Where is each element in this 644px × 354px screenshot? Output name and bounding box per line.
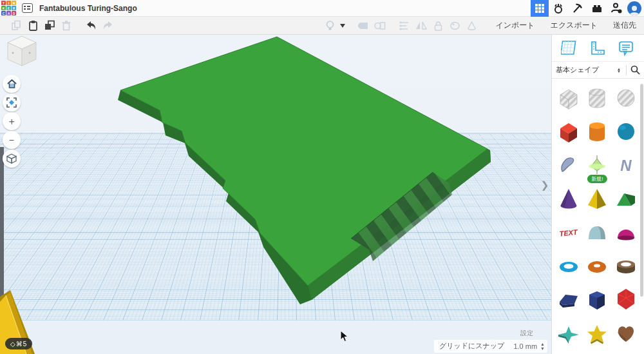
shapes-grid: 新規!NTEXT bbox=[552, 80, 640, 354]
shape-hex-prism[interactable] bbox=[583, 282, 611, 316]
sphere-icon bbox=[613, 119, 639, 144]
grid-snap-controls: 設定 グリッドにスナップ 1.0 mm ▲▼ bbox=[434, 326, 547, 353]
snap-caret-icon[interactable]: ▲▼ bbox=[540, 342, 545, 351]
group-button[interactable] bbox=[355, 18, 372, 34]
toolbar-right: インポート エクスポート 送信先 bbox=[321, 18, 644, 34]
avatar-person-icon bbox=[629, 5, 640, 15]
scene-objects bbox=[0, 35, 551, 354]
show-all-caret[interactable] bbox=[338, 18, 347, 34]
logo-tile: I bbox=[6, 1, 11, 5]
lego-button[interactable] bbox=[587, 0, 607, 17]
minecraft-button[interactable] bbox=[568, 0, 587, 17]
category-sort-arrows[interactable]: ▲▼ bbox=[617, 68, 621, 73]
hole-cylinder-icon bbox=[584, 85, 610, 111]
zoom-out-button[interactable]: － bbox=[3, 131, 21, 149]
perspective-toggle-button[interactable] bbox=[3, 150, 21, 168]
show-all-button[interactable] bbox=[321, 18, 338, 34]
shape-polygon[interactable] bbox=[554, 282, 583, 316]
shape-hole-cylinder[interactable] bbox=[583, 81, 611, 115]
redo-button[interactable] bbox=[99, 18, 116, 34]
shape-hole-box[interactable] bbox=[554, 81, 583, 115]
star-5point-icon bbox=[584, 320, 610, 346]
shape-half-sphere[interactable] bbox=[612, 215, 640, 249]
shape-text-letter[interactable]: N bbox=[612, 148, 640, 182]
search-icon[interactable] bbox=[630, 65, 640, 75]
shortcut-badge: ◇⌘5 bbox=[5, 338, 32, 349]
design-menu-icon[interactable] bbox=[22, 3, 33, 13]
cylinder-icon bbox=[584, 119, 610, 144]
person-gear-icon bbox=[611, 2, 623, 14]
duplicate-button[interactable] bbox=[41, 18, 58, 34]
align-icon bbox=[399, 21, 410, 31]
view-cube[interactable] bbox=[5, 35, 39, 71]
zoom-in-button[interactable]: ＋ bbox=[3, 112, 21, 130]
send-to-button[interactable]: 送信先 bbox=[605, 20, 644, 31]
export-button[interactable]: エクスポート bbox=[543, 20, 605, 31]
shape-round-roof[interactable] bbox=[583, 215, 611, 249]
ruler-tool[interactable] bbox=[587, 37, 609, 59]
account-button[interactable] bbox=[607, 0, 626, 17]
flip-button[interactable] bbox=[413, 18, 430, 34]
snap-grid-label: グリッドにスナップ bbox=[439, 341, 504, 351]
shape-heart[interactable] bbox=[612, 316, 640, 349]
grid-settings-button[interactable]: 設定 bbox=[520, 329, 533, 338]
torus-icon bbox=[584, 253, 610, 279]
ungroup-button[interactable] bbox=[372, 18, 388, 34]
shape-hole-sphere[interactable] bbox=[612, 81, 640, 115]
shape-star-5point[interactable] bbox=[583, 316, 611, 349]
shape-box[interactable] bbox=[554, 115, 583, 148]
shape-spinner-top[interactable]: 新規! bbox=[583, 148, 611, 182]
shape-roof[interactable] bbox=[612, 182, 640, 215]
shape-cylinder[interactable] bbox=[583, 115, 611, 148]
lock-button[interactable] bbox=[430, 18, 446, 34]
home-view-button[interactable] bbox=[3, 75, 21, 93]
panel-scrollbar[interactable] bbox=[640, 84, 643, 297]
simlab-button[interactable] bbox=[549, 0, 568, 17]
material-button[interactable] bbox=[446, 18, 463, 34]
group-icon bbox=[357, 21, 369, 31]
svg-text:N: N bbox=[620, 157, 632, 174]
shape-star-4point[interactable] bbox=[554, 316, 583, 349]
paste-button[interactable] bbox=[24, 18, 41, 34]
tinkercad-logo[interactable]: TINKERCAD bbox=[1, 1, 16, 15]
shape-scribble[interactable] bbox=[554, 148, 583, 182]
copy-button[interactable] bbox=[8, 18, 24, 34]
viewport-3d[interactable]: ＋ － ❯ ◇⌘5 設定 グリッドにスナップ 1.0 mm ▲▼ bbox=[0, 35, 551, 354]
green-plate-object[interactable] bbox=[118, 37, 491, 304]
trash-icon bbox=[61, 20, 71, 31]
shape-pyramid[interactable] bbox=[583, 182, 611, 215]
shape-tube[interactable] bbox=[612, 249, 640, 282]
shape-generator-button[interactable] bbox=[463, 18, 480, 34]
copy-icon bbox=[11, 20, 22, 31]
half-sphere-icon bbox=[613, 219, 639, 245]
shape-icosahedron[interactable] bbox=[612, 282, 640, 316]
shape-torus-thin[interactable] bbox=[554, 249, 583, 282]
material-icon bbox=[450, 21, 460, 30]
shape-sphere[interactable] bbox=[612, 115, 640, 148]
shape-text[interactable]: TEXT bbox=[554, 215, 583, 249]
app-grid-button[interactable] bbox=[531, 0, 549, 17]
panel-collapse-handle[interactable]: ❯ bbox=[540, 177, 550, 193]
logo-tile: N bbox=[12, 1, 16, 5]
notes-tool[interactable] bbox=[615, 37, 637, 59]
star-4point-icon bbox=[556, 320, 582, 346]
undo-button[interactable] bbox=[82, 18, 99, 34]
workplane-tool[interactable] bbox=[559, 37, 581, 59]
shape-cone[interactable] bbox=[554, 182, 583, 215]
fit-view-button[interactable] bbox=[3, 93, 21, 112]
shape-torus[interactable] bbox=[583, 249, 611, 282]
import-button[interactable]: インポート bbox=[488, 20, 542, 31]
text-icon: TEXT bbox=[556, 219, 582, 245]
lock-icon bbox=[433, 21, 443, 31]
delete-button[interactable] bbox=[58, 18, 75, 34]
logo-tile: A bbox=[6, 11, 11, 15]
duplicate-icon bbox=[44, 20, 55, 31]
profile-avatar[interactable] bbox=[627, 1, 641, 15]
logo-tile: D bbox=[12, 11, 16, 15]
cone-icon bbox=[556, 186, 582, 211]
align-button[interactable] bbox=[396, 18, 413, 34]
snap-grid-value-dropdown[interactable]: 1.0 mm bbox=[511, 342, 540, 351]
shape-category-dropdown[interactable]: 基本シェイプ bbox=[556, 65, 617, 75]
polygon-icon bbox=[556, 286, 582, 312]
view-cube-icon bbox=[5, 35, 39, 68]
